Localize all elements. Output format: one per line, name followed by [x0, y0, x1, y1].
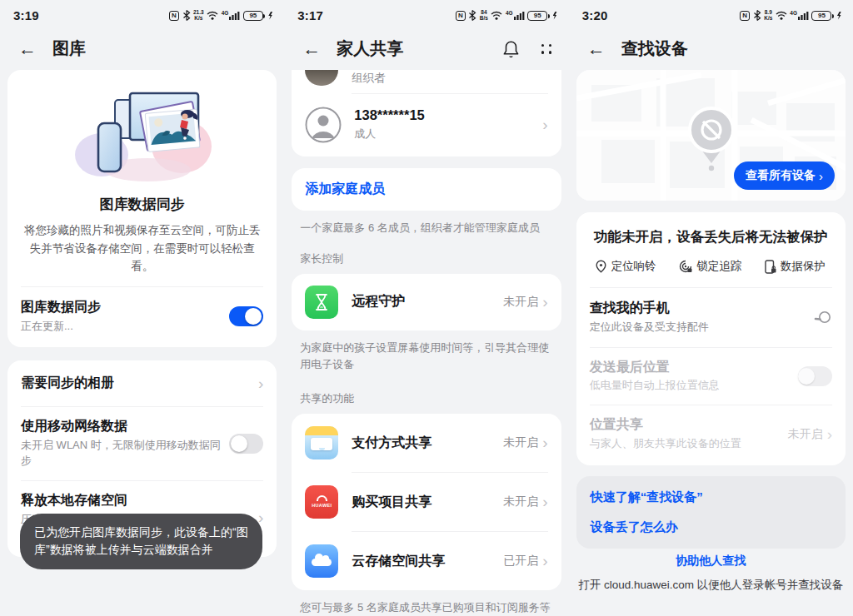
app-bar: ← 查找设备: [569, 25, 853, 70]
member-avatar-icon: [305, 107, 342, 143]
row-label: 使用移动网络数据: [21, 418, 221, 435]
more-options-icon[interactable]: [541, 44, 552, 54]
feature-list: 定位响铃 锁定追踪 数据保护: [576, 246, 846, 287]
nfc-icon: N: [169, 11, 179, 21]
notification-bell-icon[interactable]: [502, 40, 520, 58]
chevron-right-icon: ›: [542, 553, 547, 569]
row-label: 支付方式共享: [352, 435, 496, 452]
signal-icon: 4G: [222, 11, 241, 20]
row-label: 云存储空间共享: [352, 553, 496, 570]
battery-icon: 95: [811, 11, 831, 21]
row-label: 远程守护: [352, 293, 496, 310]
appgallery-icon: HUAWEI: [305, 485, 338, 519]
view-all-devices-button[interactable]: 查看所有设备›: [734, 161, 835, 190]
location-pin-icon: [595, 260, 607, 273]
sync-description: 将您珍藏的照片和视频保存至云空间，可防止丢失并节省设备存储空间，在需要时可以轻松…: [22, 221, 262, 276]
network-speed: 8.9K/s: [764, 10, 772, 21]
find-device-card: 功能未开启，设备丢失后将无法被保护 定位响铃 锁定追踪 数据保护 查找我的手机 …: [576, 212, 846, 465]
loading-spinner-icon: [814, 310, 832, 325]
wifi-icon: [207, 11, 218, 20]
signal-icon: 4G: [506, 11, 525, 20]
row-label: 购买项目共享: [352, 494, 496, 511]
row-sub: 定位此设备及受支持配件: [590, 320, 814, 335]
wifi-icon: [491, 11, 502, 20]
remote-guard-row[interactable]: 远程守护 未开启 ›: [292, 274, 561, 330]
wifi-icon: [776, 11, 787, 20]
row-label: 查找我的手机: [590, 300, 814, 317]
warning-title: 功能未开启，设备丢失后将无法被保护: [576, 212, 846, 246]
page-title: 图库: [52, 37, 267, 60]
chevron-right-icon: ›: [542, 294, 547, 310]
toggle-status: 正在更新...: [21, 319, 221, 335]
app-bar: ← 家人共享: [284, 25, 568, 70]
screen-find-device: 3:20 N 8.9K/s 4G 95 ← 查找设备: [569, 0, 853, 616]
chevron-right-icon: ›: [542, 435, 547, 450]
screen-family-sharing: 3:17 N 84B/s 4G 95 ← 家人共享 组织者 138******1…: [284, 0, 568, 616]
assist-others-link[interactable]: 协助他人查找: [569, 554, 853, 569]
nfc-icon: N: [740, 11, 750, 21]
gallery-sync-toggle-row[interactable]: 图库数据同步 正在更新...: [7, 287, 277, 348]
row-status: 未开启: [503, 494, 538, 509]
toggle-knob: [231, 435, 247, 452]
gallery-sync-toggle[interactable]: [229, 306, 263, 326]
signal-icon: 4G: [790, 11, 809, 20]
payment-sharing-row[interactable]: 支付方式共享 未开启 ›: [292, 414, 561, 472]
family-members-card: 组织者 138******15 成人 ›: [292, 70, 561, 156]
help-links-card: 快速了解“查找设备” 设备丢了怎么办: [576, 476, 846, 549]
clock: 3:19: [13, 8, 39, 22]
mobile-data-toggle[interactable]: [229, 434, 263, 454]
find-my-phone-row[interactable]: 查找我的手机 定位此设备及受支持配件: [576, 288, 846, 347]
status-bar: 3:19 N 21.3K/s 4G 95: [0, 0, 284, 25]
gallery-sync-card: 图库数据同步 将您珍藏的照片和视频保存至云空间，可防止丢失并节省设备存储空间，在…: [7, 70, 277, 347]
gallery-sync-illustration: [21, 82, 263, 185]
assist-note: 打开 cloud.huawei.com 以便他人登录帐号并查找设备: [569, 578, 853, 593]
row-status: 未开启: [503, 295, 538, 310]
bluetooth-icon: [468, 10, 476, 21]
shared-features-note: 您可与最多 5 名家庭成员共享已购项目和订阅服务等: [300, 599, 552, 616]
track-target-icon: [679, 260, 692, 273]
row-sub: 与家人、朋友共享此设备的位置: [590, 436, 781, 452]
section-parental-control: 家长控制: [300, 251, 552, 266]
back-button[interactable]: ←: [302, 40, 321, 58]
charging-icon: [268, 12, 272, 20]
toggle-label: 图库数据同步: [21, 299, 221, 316]
send-last-location-toggle: [798, 366, 832, 386]
feature-locate-ring: 定位响铃: [595, 259, 656, 274]
back-button[interactable]: ←: [18, 40, 37, 58]
back-button[interactable]: ←: [587, 40, 606, 58]
status-icons: N 84B/s 4G 95: [456, 10, 557, 21]
chevron-right-icon: ›: [542, 117, 547, 132]
screen-gallery-sync: 3:19 N 21.3K/s 4G 95 ← 图库: [0, 0, 284, 616]
device-lost-link[interactable]: 设备丢了怎么办: [591, 519, 831, 535]
add-member-button[interactable]: 添加家庭成员: [305, 181, 385, 198]
cloud-icon: [305, 544, 338, 578]
mobile-data-row[interactable]: 使用移动网络数据 未开启 WLAN 时，无限制使用移动数据同步: [7, 407, 277, 479]
sync-title: 图库数据同步: [21, 195, 263, 214]
clock: 3:17: [297, 8, 323, 22]
row-label: 需要同步的相册: [21, 375, 254, 392]
member-limit-note: 一个家庭最多 6 名成员，组织者才能管理家庭成员: [300, 220, 552, 236]
quick-intro-link[interactable]: 快速了解“查找设备”: [591, 489, 831, 505]
row-status: 未开启: [788, 427, 823, 442]
member-row[interactable]: 138******15 成人 ›: [292, 94, 561, 156]
wallet-icon: [305, 426, 338, 460]
add-member-card[interactable]: 添加家庭成员: [292, 168, 561, 211]
row-label: 位置共享: [590, 416, 781, 434]
member-name: 138******15: [354, 107, 538, 124]
feature-data-protect: 数据保护: [765, 259, 826, 274]
assist-footer: 协助他人查找 打开 cloud.huawei.com 以便他人登录帐号并查找设备: [569, 554, 853, 593]
chevron-right-icon: ›: [827, 426, 832, 442]
charging-icon: [553, 12, 557, 20]
purchase-sharing-row[interactable]: HUAWEI 购买项目共享 未开启 ›: [292, 473, 561, 531]
row-sub: 低电量时自动上报位置信息: [590, 378, 790, 394]
nfc-icon: N: [456, 11, 466, 21]
status-bar: 3:20 N 8.9K/s 4G 95: [569, 0, 853, 25]
location-sharing-row[interactable]: 位置共享 与家人、朋友共享此设备的位置 未开启 ›: [576, 405, 846, 465]
row-status: 已开启: [503, 554, 538, 569]
cloud-storage-sharing-row[interactable]: 云存储空间共享 已开启 ›: [292, 532, 561, 590]
send-last-location-row[interactable]: 发送最后位置 低电量时自动上报位置信息: [576, 348, 846, 405]
albums-to-sync-row[interactable]: 需要同步的相册 ›: [7, 360, 277, 406]
organizer-row-partial[interactable]: 组织者: [292, 70, 561, 93]
status-icons: N 21.3K/s 4G 95: [169, 10, 272, 21]
status-icons: N 8.9K/s 4G 95: [740, 10, 841, 21]
